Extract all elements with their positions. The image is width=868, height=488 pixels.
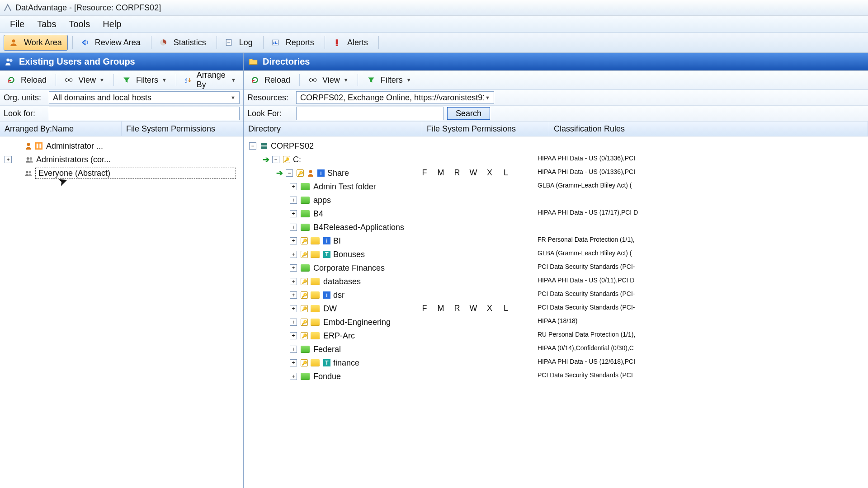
tab-label: Log	[239, 38, 253, 47]
users-tree[interactable]: ➤ Administrator ...+Administrators (cor.…	[0, 136, 243, 488]
node-label: BI	[333, 236, 341, 246]
eye-icon	[309, 76, 317, 84]
folder-icon	[311, 305, 320, 312]
expander-icon[interactable]: +	[290, 251, 297, 258]
expander-icon[interactable]: +	[290, 373, 297, 380]
view-dropdown[interactable]: View▼	[305, 74, 352, 87]
tab-label: Work Area	[24, 38, 62, 47]
tab-log[interactable]: Log	[219, 35, 259, 51]
tab-statistics[interactable]: Statistics	[153, 35, 212, 51]
expander-icon[interactable]: +	[290, 264, 297, 272]
tab-alerts[interactable]: Alerts	[327, 35, 374, 51]
user-node[interactable]: +Administrators (cor...	[2, 153, 241, 166]
menu-file[interactable]: File	[10, 19, 24, 29]
svg-rect-9	[275, 42, 276, 44]
menu-tabs[interactable]: Tabs	[37, 19, 56, 29]
node-label: B4Released-Applications	[313, 223, 404, 232]
reports-icon	[271, 38, 279, 47]
perm-letter: W	[465, 304, 481, 313]
separator	[325, 36, 325, 49]
node-label: Administrator ...	[46, 141, 103, 151]
expander-icon[interactable]: +	[290, 305, 297, 312]
key-icon: 🔑	[301, 359, 308, 366]
perm-letter: F	[416, 168, 433, 178]
org-units-select[interactable]: All domains and local hosts ▼	[49, 91, 240, 104]
expander-icon[interactable]: +	[290, 291, 297, 299]
folder-icon	[248, 56, 258, 66]
node-label: Federal	[313, 345, 341, 354]
expander-icon[interactable]: +	[290, 319, 297, 326]
dir-node[interactable]: −CORPFS02	[245, 139, 865, 153]
expander-icon[interactable]: +	[290, 346, 297, 353]
tree-line	[14, 139, 24, 153]
expander-icon[interactable]: +	[290, 210, 297, 217]
expander-icon[interactable]: +	[290, 332, 297, 339]
menu-tools[interactable]: Tools	[69, 19, 90, 29]
reload-button[interactable]: Reload	[247, 74, 294, 87]
expander-icon[interactable]: +	[290, 224, 297, 231]
user-node[interactable]: Everyone (Abstract)	[2, 166, 241, 180]
expander-icon[interactable]: +	[290, 278, 297, 285]
arrange-by-dropdown[interactable]: AZ Arrange By▼	[181, 69, 240, 91]
button-label: Reload	[264, 75, 290, 85]
svg-rect-12	[336, 45, 338, 46]
key-icon: 🔑	[283, 156, 290, 163]
node-label: databases	[323, 277, 361, 286]
tab-review-area[interactable]: Review Area	[75, 35, 146, 51]
reload-icon	[7, 76, 15, 84]
expander-icon[interactable]: −	[272, 156, 279, 163]
menu-help[interactable]: Help	[103, 19, 121, 29]
dirs-columns: Directory File System Permissions Classi…	[244, 122, 868, 136]
resources-select[interactable]: CORPFS02, Exchange Online, https://varon…	[296, 91, 494, 104]
col-arranged-by[interactable]: Arranged By:Name	[0, 122, 122, 136]
tab-reports[interactable]: Reports	[265, 35, 320, 51]
info-icon: i	[323, 291, 330, 299]
panel-tools-dirs: Reload View▼ Filters▼	[244, 70, 868, 90]
folder-icon	[311, 332, 320, 339]
expander-icon[interactable]: +	[290, 359, 297, 366]
main-toolbar: Work Area Review Area Statistics Log Rep…	[0, 33, 868, 53]
col-file-perm[interactable]: File System Permissions	[122, 122, 243, 136]
tab-label: Statistics	[174, 38, 206, 47]
view-dropdown[interactable]: View▼	[61, 74, 108, 87]
svg-rect-29	[261, 146, 267, 149]
select-value: All domains and local hosts	[53, 93, 151, 103]
filters-dropdown[interactable]: Filters▼	[119, 74, 170, 87]
app-icon	[4, 4, 12, 12]
user-icon	[9, 38, 18, 47]
search-button[interactable]: Search	[447, 107, 490, 120]
col-file-perm[interactable]: File System Permissions	[422, 122, 549, 136]
expander-icon[interactable]: +	[290, 197, 297, 204]
reload-button[interactable]: Reload	[4, 74, 50, 87]
classification-text: PCI Data Security Standards (PCI-	[538, 290, 868, 297]
look-for-input[interactable]	[49, 107, 240, 120]
perm-letter: R	[449, 168, 465, 178]
filters-dropdown[interactable]: Filters▼	[363, 74, 415, 87]
dir-node[interactable]: +apps	[245, 193, 865, 207]
resources-label: Resources:	[247, 93, 292, 103]
col-label: Classification Rules	[554, 124, 625, 134]
key-icon: 🔑	[301, 251, 308, 258]
node-label: Fondue	[313, 372, 341, 381]
separator	[358, 74, 358, 86]
user-icon	[24, 142, 33, 150]
expander-icon[interactable]: +	[5, 156, 12, 163]
col-directory[interactable]: Directory	[244, 122, 422, 136]
pause-icon	[35, 142, 42, 150]
expander-icon[interactable]: +	[290, 183, 297, 190]
filter-icon	[123, 76, 131, 84]
svg-point-14	[9, 59, 13, 62]
tab-work-area[interactable]: Work Area	[4, 35, 68, 51]
col-classification[interactable]: Classification Rules	[549, 122, 868, 136]
expander-icon[interactable]: −	[286, 169, 293, 177]
user-node[interactable]: Administrator ...	[2, 139, 241, 153]
expander-icon[interactable]: +	[290, 237, 297, 244]
workspace: Existing Users and Groups Reload View▼ F…	[0, 53, 868, 488]
tab-label: Reports	[286, 38, 314, 47]
svg-point-27	[312, 79, 314, 81]
expander-icon[interactable]: −	[249, 142, 256, 150]
dir-node[interactable]: +B4Released-Applications	[245, 221, 865, 234]
svg-point-30	[309, 170, 312, 173]
look-for-input[interactable]	[296, 107, 443, 120]
directories-tree[interactable]: −CORPFS02➔−🔑C:HIPAA PHI Data - US (0/133…	[244, 136, 868, 488]
